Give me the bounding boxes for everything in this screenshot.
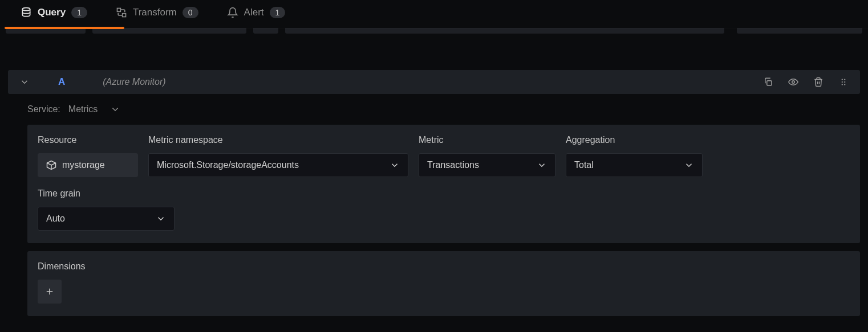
database-icon: [21, 7, 32, 18]
dimensions-label: Dimensions: [38, 261, 850, 272]
delete-button[interactable]: [812, 76, 825, 88]
plus-icon: [44, 286, 55, 297]
resource-label: Resource: [38, 135, 138, 145]
svg-point-0: [22, 8, 30, 11]
transform-icon: [116, 7, 127, 18]
namespace-select[interactable]: Microsoft.Storage/storageAccounts: [148, 153, 408, 177]
aggregation-label: Aggregation: [566, 135, 703, 145]
metric-select[interactable]: Transactions: [419, 153, 555, 177]
tab-underline: [5, 27, 124, 29]
tab-transform[interactable]: Transform 0: [116, 7, 198, 24]
query-letter[interactable]: A: [58, 76, 65, 88]
svg-point-4: [792, 81, 795, 84]
cube-icon: [46, 160, 56, 170]
chevron-down-icon: [156, 214, 166, 224]
eye-icon: [788, 77, 798, 87]
aggregation-select[interactable]: Total: [566, 153, 703, 177]
editor-tabs: Query 1 Transform 0 Alert 1: [0, 0, 868, 29]
tab-query-label: Query: [38, 7, 66, 18]
svg-point-10: [844, 84, 845, 85]
resource-value: mystorage: [62, 160, 105, 170]
query-header: A (Azure Monitor): [8, 70, 860, 94]
svg-point-5: [842, 79, 843, 80]
svg-point-8: [844, 81, 845, 83]
svg-rect-2: [123, 14, 126, 17]
tab-alert[interactable]: Alert 1: [227, 7, 286, 24]
trash-icon: [813, 77, 824, 87]
namespace-value: Microsoft.Storage/storageAccounts: [157, 160, 299, 170]
tab-query-badge: 1: [71, 7, 87, 18]
tab-alert-badge: 1: [270, 7, 286, 18]
svg-point-6: [844, 79, 845, 80]
svg-rect-1: [117, 9, 120, 12]
svg-point-7: [842, 81, 843, 83]
chevron-down-icon: [110, 104, 120, 114]
copy-icon: [763, 77, 773, 87]
query-actions: [762, 76, 850, 88]
dimensions-panel: Dimensions: [27, 251, 860, 316]
query-body: Service: Metrics Resource mystorage Metr…: [0, 94, 868, 316]
service-row: Service: Metrics: [27, 104, 860, 114]
aggregation-value: Total: [574, 160, 594, 170]
fragment-row: [0, 28, 868, 36]
resource-picker[interactable]: mystorage: [38, 153, 138, 177]
metric-value: Transactions: [427, 160, 479, 170]
chevron-down-icon: [19, 77, 30, 87]
drag-handle[interactable]: [837, 76, 850, 88]
timegrain-label: Time grain: [38, 188, 175, 199]
metric-label: Metric: [419, 135, 555, 145]
tab-query[interactable]: Query 1: [21, 7, 87, 24]
collapse-toggle[interactable]: [18, 76, 31, 88]
bell-icon: [227, 7, 238, 18]
chevron-down-icon: [390, 160, 400, 170]
chevron-down-icon: [684, 160, 694, 170]
grip-icon: [838, 77, 849, 87]
query-datasource: (Azure Monitor): [103, 77, 165, 87]
svg-rect-3: [767, 81, 772, 85]
timegrain-value: Auto: [46, 214, 65, 224]
tab-alert-label: Alert: [244, 7, 264, 18]
metrics-panel: Resource mystorage Metric namespace Micr…: [27, 125, 860, 243]
service-label: Service:: [27, 104, 60, 114]
tab-transform-label: Transform: [133, 7, 177, 18]
namespace-label: Metric namespace: [148, 135, 408, 145]
service-selector[interactable]: Metrics: [68, 104, 121, 114]
add-dimension-button[interactable]: [38, 280, 62, 304]
tab-transform-badge: 0: [182, 7, 198, 18]
timegrain-select[interactable]: Auto: [38, 207, 175, 231]
chevron-down-icon: [537, 160, 547, 170]
duplicate-button[interactable]: [762, 76, 774, 88]
service-value: Metrics: [68, 104, 98, 114]
toggle-visibility-button[interactable]: [787, 76, 800, 88]
svg-point-9: [842, 84, 843, 85]
